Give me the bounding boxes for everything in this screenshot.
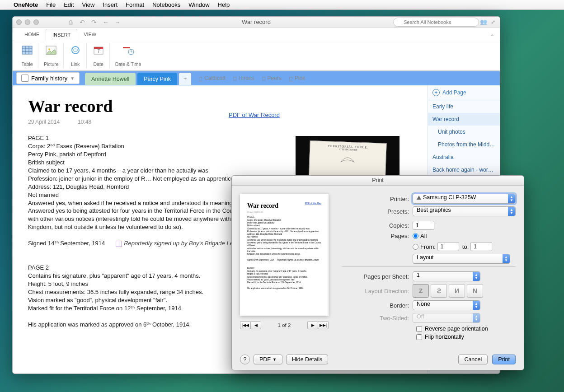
print-dialog: Print War recordPDF of War Rec 29 April … [231,175,524,370]
layout-dir-1[interactable]: Z [413,284,429,298]
sidebar-item[interactable]: Early life [428,100,500,113]
section-tab-annette[interactable]: Annette Howell [85,73,136,85]
pages-range-radio[interactable] [413,244,418,250]
first-page-button[interactable]: |◀◀ [240,321,251,329]
menu-view[interactable]: View [82,1,95,8]
help-button[interactable]: ? [240,355,250,364]
border-select[interactable]: None▲▼ [413,300,480,310]
pps-select[interactable]: 1▲▼ [413,271,480,281]
hide-details-button[interactable]: Hide Details [286,355,328,364]
ribbon-tabs: HOME INSERT VIEW ⌃ [13,28,500,40]
copies-input[interactable] [413,221,434,230]
page-meta: 29 April 201410:48 [28,119,412,125]
search-input[interactable] [393,18,479,27]
last-page-button[interactable]: ▶▶| [318,321,329,329]
ribbon-picture[interactable]: Picture [39,43,64,68]
ribbon-link[interactable]: Link [65,43,87,68]
app-name[interactable]: OneNote [14,1,38,8]
svg-point-7 [72,47,79,54]
ribbon-datetime[interactable]: Date & Time [111,43,146,68]
twosided-select[interactable]: Off▲▼ [413,313,480,323]
plus-icon: + [432,89,440,96]
sidebar-item[interactable]: Unit photos [428,126,500,138]
link-hirons[interactable]: ◻Hirons [233,75,254,81]
tab-home[interactable]: HOME [18,29,46,40]
svg-rect-0 [22,46,32,54]
options-select[interactable]: Layout▲▼ [413,254,510,264]
ribbon-date[interactable]: 7 Date [88,43,110,68]
menu-file[interactable]: File [46,1,56,8]
page-count: 1 of 2 [278,322,291,328]
menu-insert[interactable]: Insert [103,1,118,8]
link-pink[interactable]: ◻Pink [289,75,305,81]
pdf-button[interactable]: PDF ▼ [254,355,282,364]
tab-view[interactable]: VIEW [77,29,103,40]
printer-select[interactable]: Samsung CLP-325W▲▼ [413,194,516,204]
section-tab-percy[interactable]: Percy Pink [137,73,177,85]
layout-dir-2[interactable]: Ƨ [431,284,447,298]
print-dialog-title: Print [232,176,524,186]
reverse-checkbox[interactable] [416,326,422,332]
print-settings: Printer: Samsung CLP-325W▲▼ Presets: Bes… [342,194,516,342]
menu-format[interactable]: Format [126,1,144,8]
next-page-button[interactable]: ▶ [307,321,318,329]
link-peers[interactable]: ◻Peers [262,75,282,81]
print-button[interactable]: Print [492,355,516,364]
share-icon[interactable]: 👥 [480,19,487,25]
svg-rect-12 [123,47,130,48]
notebook-selector[interactable]: Family history ▼ [16,72,80,84]
menu-notebooks[interactable]: Notebooks [152,1,180,8]
section-tab-add[interactable]: + [179,73,191,85]
collapse-ribbon-icon[interactable]: ⌃ [490,33,494,40]
ribbon-table[interactable]: Table [16,43,38,68]
from-input[interactable] [437,242,459,251]
link-caldicott[interactable]: ◻Caldicott [198,75,226,81]
sidebar-item[interactable]: War record [428,113,500,126]
to-input[interactable] [470,242,492,251]
sidebar-item[interactable]: Photos from the Middle... [428,138,500,151]
svg-point-6 [48,48,50,50]
layout-dir-4[interactable]: N [467,284,483,298]
menu-help[interactable]: Help [218,1,230,8]
page-title: War record [28,96,412,116]
tab-insert[interactable]: INSERT [46,29,77,40]
titlebar: ⎙ ↶ ↷ ← → War record 👥 ⤢ [13,17,500,28]
print-preview: War recordPDF of War Rec 29 April 2014 1… [240,194,329,342]
pages-all-radio[interactable] [413,233,418,239]
warning-icon [417,196,421,200]
flip-checkbox[interactable] [416,334,422,340]
add-page-button[interactable]: + Add Page [428,85,500,100]
menu-edit[interactable]: Edit [64,1,74,8]
layout-dir-3[interactable]: И [449,284,465,298]
tag-icon [116,241,122,247]
fullscreen-icon[interactable]: ⤢ [491,19,495,25]
presets-select[interactable]: Best graphics▲▼ [413,206,516,216]
pdf-link[interactable]: PDF of War Record [229,112,280,118]
prev-page-button[interactable]: ◀ [250,321,261,329]
section-bar: Family history ▼ Annette Howell Percy Pi… [13,71,500,85]
macos-menubar: OneNote File Edit View Insert Format Not… [0,0,564,10]
ribbon: Table Picture Link 7 Date Date & Time [13,40,500,71]
menu-window[interactable]: Window [188,1,209,8]
svg-text:7: 7 [97,49,100,54]
sidebar-item[interactable]: Back home again - worki... [428,163,500,176]
notebook-icon [21,75,28,82]
cancel-button[interactable]: Cancel [458,355,488,364]
sidebar-item[interactable]: Australia [428,151,500,163]
